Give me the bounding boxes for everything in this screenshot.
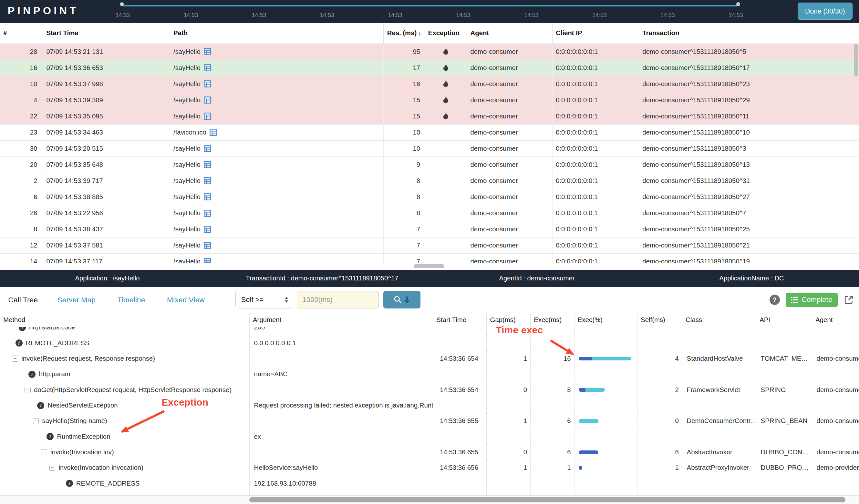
exec-pct-cell (574, 413, 637, 429)
transaction-detail-icon[interactable] (204, 80, 211, 88)
transaction-row[interactable]: 12 07/09 14:53:37 581 /sayHello 7 (0, 237, 859, 254)
txn-cell-start-time: 07/09 14:53:37 117 (43, 254, 170, 263)
txn-cell-res: 8 (383, 189, 424, 205)
info-icon (46, 433, 54, 440)
col-header-agent[interactable]: Agent (467, 23, 552, 43)
transaction-detail-icon[interactable] (204, 242, 211, 249)
filter-search-button[interactable] (383, 291, 420, 309)
filter-type-select[interactable]: Self >= (236, 291, 292, 309)
self-cell: 4 (637, 351, 682, 366)
transaction-detail-icon[interactable] (204, 145, 211, 152)
transaction-row[interactable]: 26 07/09 14:53:22 956 /sayHello 8 (0, 205, 859, 221)
transaction-row[interactable]: 14 07/09 14:53:37 117 /sayHello 7 (0, 254, 859, 263)
calltree-row[interactable]: sayHello(String name) 14:53:36 655 1 6 (0, 413, 859, 429)
transaction-detail-icon[interactable] (204, 226, 211, 233)
exception-flame-icon (443, 64, 449, 72)
txn-cell-exception (425, 76, 467, 92)
col-header-exception[interactable]: Exception (425, 23, 467, 43)
transaction-detail-icon[interactable] (204, 48, 211, 55)
col-header-transaction[interactable]: Transaction (639, 23, 859, 43)
calltree-row[interactable]: invoke(Invocation inv) 14:53:36 655 0 6 (0, 444, 859, 460)
tree-col-class: Class (682, 313, 756, 327)
transaction-row[interactable]: 2 07/09 14:53:39 717 /sayHello 8 (0, 173, 859, 189)
calltree-row[interactable]: invoke(Invocation invocation) HelloServi… (0, 460, 859, 476)
calltree-row[interactable]: REMOTE_ADDRESS 192.168.93.10:60788 (0, 476, 859, 491)
collapse-icon[interactable] (12, 356, 18, 362)
self-cell (637, 366, 682, 382)
method-name: NestedServletException (48, 402, 118, 409)
pinpoint-logo[interactable]: PINPOINT (8, 5, 79, 17)
calltree-row[interactable]: REMOTE_ADDRESS 0:0:0:0:0:0:0:1 (0, 335, 859, 351)
class-cell (682, 397, 756, 413)
transaction-row[interactable]: 16 07/09 14:53:36 653 /sayHello 17 (0, 60, 859, 76)
transaction-row[interactable]: 6 07/09 14:53:38 885 /sayHello 8 (0, 189, 859, 205)
calltree-row[interactable]: doGet(HttpServletRequest request, HttpSe… (0, 382, 859, 397)
calltree-row[interactable]: http.param name=ABC (0, 366, 859, 382)
transaction-row[interactable]: 8 07/09 14:53:38 437 /sayHello 7 (0, 221, 859, 237)
right-tools: Complete (770, 293, 854, 307)
col-header-res[interactable]: Res. (ms) (383, 23, 424, 43)
done-button[interactable]: Done (30/30) (798, 3, 853, 20)
transaction-row[interactable]: 4 07/09 14:53:39 309 /sayHello 15 (0, 92, 859, 108)
transaction-detail-icon[interactable] (204, 113, 211, 120)
export-icon[interactable] (844, 295, 854, 305)
help-icon[interactable] (770, 295, 780, 305)
txn-cell-client-ip: 0:0:0:0:0:0:0:1 (552, 92, 639, 108)
exec-cell: 8 (530, 382, 574, 397)
method-name: invoke(Invocation inv) (50, 448, 114, 456)
col-header-num[interactable]: # (0, 23, 43, 43)
gap-cell (486, 335, 530, 351)
info-icon (15, 340, 22, 347)
transaction-detail-icon[interactable] (210, 129, 217, 136)
transaction-detail-icon[interactable] (204, 96, 211, 104)
table-horizontal-scrollbar[interactable] (414, 264, 444, 268)
transaction-detail-icon[interactable] (204, 177, 211, 184)
tab-call-tree[interactable]: Call Tree (0, 287, 46, 313)
transaction-row[interactable]: 10 07/09 14:53:37 998 /sayHello 16 (0, 76, 859, 92)
txn-path-text: /sayHello (174, 48, 200, 56)
transaction-row[interactable]: 23 07/09 14:53:34 463 /favicon.ico 10 (0, 125, 859, 141)
collapse-icon[interactable] (41, 449, 47, 455)
transaction-row[interactable]: 20 07/09 14:53:35 648 /sayHello 9 (0, 157, 859, 173)
calltree-row[interactable]: RuntimeException ex (0, 429, 859, 444)
calltree-row[interactable]: NestedServletException Request processin… (0, 397, 859, 413)
timeline-handle-left[interactable] (120, 2, 124, 6)
agent-cell (812, 429, 859, 444)
col-header-client-ip[interactable]: Client IP (552, 23, 639, 43)
tab-server-map[interactable]: Server Map (46, 287, 106, 313)
col-header-start-time[interactable]: Start Time (43, 23, 170, 43)
timeline-slider[interactable] (123, 5, 737, 6)
calltree-row[interactable]: invoke(Request request, Response respons… (0, 351, 859, 366)
col-header-path[interactable]: Path (170, 23, 383, 43)
txn-path-text: /favicon.ico (174, 129, 206, 136)
table-vertical-scrollbar[interactable] (854, 44, 858, 77)
calltree-method-cell: invoke(Request request, Response respons… (0, 351, 249, 366)
transaction-detail-icon[interactable] (204, 64, 211, 71)
timeline-handle-right[interactable] (736, 2, 740, 6)
txn-cell-start-time: 07/09 14:53:38 885 (43, 189, 170, 205)
api-cell (756, 397, 812, 413)
transaction-row[interactable]: 28 07/09 14:53:21 131 /sayHello 95 (0, 44, 859, 60)
exec-cell (530, 335, 574, 351)
transaction-detail-icon[interactable] (204, 193, 211, 200)
tab-mixed-view[interactable]: Mixed View (156, 287, 215, 313)
collapse-icon[interactable] (25, 387, 31, 393)
transaction-row[interactable]: 22 07/09 14:53:35 095 /sayHello 15 (0, 108, 859, 125)
transaction-row[interactable]: 30 07/09 14:53:20 515 /sayHello 10 (0, 141, 859, 157)
collapse-icon[interactable] (33, 418, 39, 424)
timeline-tick-label: 14:53 (450, 12, 477, 19)
start-time-cell (433, 327, 486, 335)
transaction-detail-icon[interactable] (204, 210, 211, 217)
transaction-detail-icon[interactable] (204, 161, 211, 168)
tab-timeline[interactable]: Timeline (107, 287, 156, 313)
calltree-row[interactable]: http.status.code 200 (0, 327, 859, 335)
transaction-detail-icon[interactable] (204, 258, 211, 263)
complete-button[interactable]: Complete (786, 293, 838, 307)
filter-threshold-input[interactable] (297, 291, 379, 309)
txn-cell-num: 16 (0, 60, 43, 76)
class-cell (682, 335, 756, 351)
txn-cell-agent: demo-consumer (467, 254, 552, 263)
calltree-row[interactable]: doGet(HttpServletRequest request, HttpSe… (0, 491, 859, 495)
collapse-icon[interactable] (49, 465, 56, 471)
bottom-scrollbar-thumb[interactable] (249, 497, 845, 502)
